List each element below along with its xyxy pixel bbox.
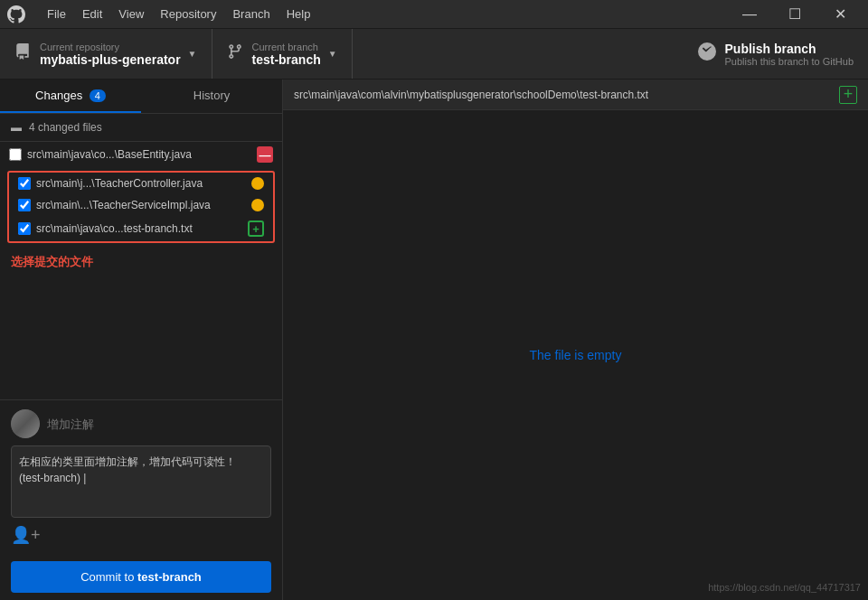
list-item[interactable]: src\main\j...\TeacherController.java xyxy=(9,173,273,194)
annotation-text: 选择提交的文件 xyxy=(0,247,282,277)
file-checkbox-2[interactable] xyxy=(18,177,31,190)
github-logo-icon xyxy=(7,5,25,23)
commit-description[interactable]: 在相应的类里面增加注解，增加代码可读性！ (test-branch) | xyxy=(11,445,271,518)
file-list: src\main\java\co...\BaseEntity.java — sr… xyxy=(0,142,282,399)
changed-files-count: 4 changed files xyxy=(29,121,102,134)
watermark: https://blog.csdn.net/qq_44717317 xyxy=(708,582,861,593)
tab-changes-label: Changes xyxy=(35,89,82,102)
add-file-button[interactable]: + xyxy=(839,86,857,104)
menu-edit[interactable]: Edit xyxy=(75,4,109,24)
list-item[interactable]: src\main\...\TeacherServiceImpl.java xyxy=(9,194,273,216)
repo-label: Current repository xyxy=(40,42,181,52)
commit-title-input[interactable] xyxy=(47,417,271,431)
selection-box: src\main\j...\TeacherController.java src… xyxy=(7,171,275,243)
repo-name: mybatis-plus-generator xyxy=(40,52,181,67)
publish-branch-button[interactable]: Publish branch Publish this branch to Gi… xyxy=(684,29,868,79)
minimize-button[interactable]: — xyxy=(729,0,770,29)
titlebar: File Edit View Repository Branch Help — … xyxy=(0,0,868,29)
collapse-icon[interactable]: ▬ xyxy=(11,121,22,134)
menu-file[interactable]: File xyxy=(40,4,73,24)
left-panel: Changes 4 History ▬ 4 changed files src\… xyxy=(0,80,283,600)
file-path-header: src\main\java\com\alvin\mybatisplusgener… xyxy=(283,80,868,110)
publish-subtitle: Publish this branch to GitHub xyxy=(725,56,854,67)
file-name-4: src\main\java\co...test-branch.txt xyxy=(36,222,242,235)
avatar-image xyxy=(11,409,40,438)
repo-icon xyxy=(14,43,31,64)
menu-branch[interactable]: Branch xyxy=(225,4,277,24)
repo-info: Current repository mybatis-plus-generato… xyxy=(40,42,181,67)
menu-repository[interactable]: Repository xyxy=(153,4,223,24)
branch-name: test-branch xyxy=(252,52,321,67)
file-name-2: src\main\j...\TeacherController.java xyxy=(36,177,246,190)
avatar xyxy=(11,409,40,438)
publish-title: Publish branch xyxy=(725,42,854,56)
tab-history[interactable]: History xyxy=(141,80,282,113)
commit-desc-text: 在相应的类里面增加注解，增加代码可读性！ (test-branch) | xyxy=(19,455,236,484)
file-status-modified-1 xyxy=(251,177,264,190)
main-content: Changes 4 History ▬ 4 changed files src\… xyxy=(0,80,868,600)
commit-button[interactable]: Commit to test-branch xyxy=(11,561,271,593)
right-panel: src\main\java\com\alvin\mybatisplusgener… xyxy=(283,80,868,600)
tab-changes[interactable]: Changes 4 xyxy=(0,80,141,113)
file-name-1: src\main\java\co...\BaseEntity.java xyxy=(27,148,251,161)
close-button[interactable]: ✕ xyxy=(819,0,861,29)
maximize-button[interactable]: ☐ xyxy=(774,0,816,29)
file-status-modified-2 xyxy=(251,199,264,211)
commit-footer: 👤+ xyxy=(11,525,271,545)
add-coauthor-button[interactable]: 👤+ xyxy=(11,525,41,545)
repo-dropdown-icon: ▼ xyxy=(188,49,197,59)
file-status-added: + xyxy=(248,220,264,237)
menu-view[interactable]: View xyxy=(111,4,151,24)
commit-area: 在相应的类里面增加注解，增加代码可读性！ (test-branch) | 👤+ xyxy=(0,399,282,554)
menu-help[interactable]: Help xyxy=(279,4,318,24)
file-name-3: src\main\...\TeacherServiceImpl.java xyxy=(36,199,246,211)
file-checkbox-1[interactable] xyxy=(9,148,22,161)
publish-icon xyxy=(698,42,716,65)
commit-header xyxy=(11,409,271,438)
empty-file-message: The file is empty xyxy=(530,348,622,362)
list-item[interactable]: src\main\java\co...\BaseEntity.java — xyxy=(0,142,282,167)
window-controls: — ☐ ✕ xyxy=(729,0,861,29)
titlebar-left: File Edit View Repository Branch Help xyxy=(7,4,317,24)
file-checkbox-3[interactable] xyxy=(18,199,31,211)
branch-selector[interactable]: Current branch test-branch ▼ xyxy=(212,29,353,79)
commit-btn-branch: test-branch xyxy=(137,570,202,584)
menu-bar: File Edit View Repository Branch Help xyxy=(40,4,317,24)
changes-badge: 4 xyxy=(90,89,106,102)
file-path-text: src\main\java\com\alvin\mybatisplusgener… xyxy=(294,89,648,101)
file-content-area: The file is empty xyxy=(283,110,868,600)
file-status-removed: — xyxy=(257,146,273,163)
repository-bar: Current repository mybatis-plus-generato… xyxy=(0,29,868,80)
changed-files-header: ▬ 4 changed files xyxy=(0,114,282,142)
tabs-bar: Changes 4 History xyxy=(0,80,282,114)
publish-info: Publish branch Publish this branch to Gi… xyxy=(725,42,854,67)
repo-selector[interactable]: Current repository mybatis-plus-generato… xyxy=(0,29,212,79)
branch-label: Current branch xyxy=(252,42,321,52)
file-checkbox-4[interactable] xyxy=(18,222,31,235)
list-item[interactable]: src\main\java\co...test-branch.txt + xyxy=(9,216,273,241)
tab-history-label: History xyxy=(193,89,230,102)
branch-icon xyxy=(227,43,243,64)
branch-dropdown-icon: ▼ xyxy=(328,49,337,59)
branch-info: Current branch test-branch xyxy=(252,42,321,67)
commit-btn-label: Commit to xyxy=(80,570,137,584)
